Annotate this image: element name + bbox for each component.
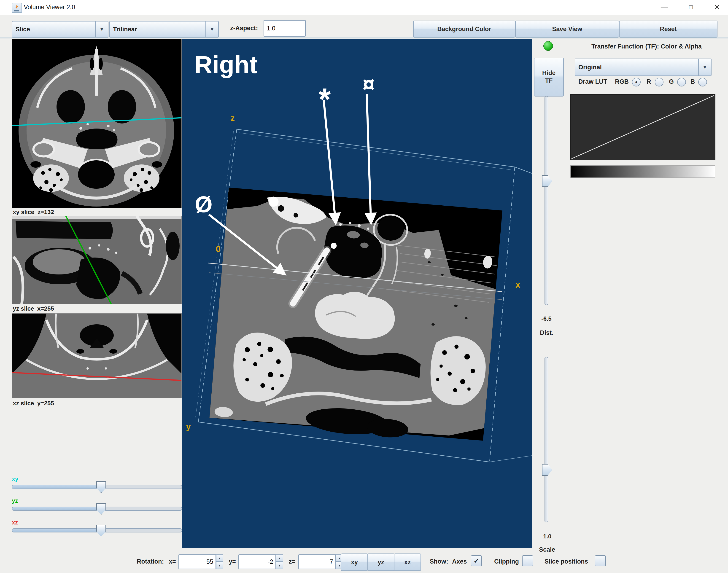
titlebar: Volume Viewer 2.0 — □ ✕: [0, 0, 728, 15]
lut-curve: [571, 95, 715, 160]
tf-preset-combo[interactable]: Original ▼: [575, 58, 711, 76]
axis-y-label: y: [186, 422, 191, 431]
yz-slider-label: yz: [12, 498, 18, 504]
view-yz-button[interactable]: yz: [367, 554, 394, 571]
bottom-margin: [0, 573, 728, 583]
clipping-label: Clipping: [494, 558, 519, 565]
render-mode-combo[interactable]: Slice ▼: [12, 21, 108, 37]
background-color-button[interactable]: Background Color: [413, 21, 515, 37]
maximize-icon: □: [689, 4, 693, 11]
scale-slider-thumb[interactable]: [542, 464, 552, 476]
rotation-x-value: 55: [178, 554, 216, 569]
rotation-x-spinner[interactable]: 55 ▲ ▼: [178, 554, 223, 569]
hide-tf-button[interactable]: Hide TF: [534, 58, 564, 97]
toolbar-divider: [0, 37, 728, 38]
channel-r-radio[interactable]: [655, 78, 664, 86]
scale-label: Scale: [539, 546, 555, 553]
spinner-up-icon[interactable]: ▲: [216, 554, 223, 562]
channel-g-radio[interactable]: [677, 78, 686, 86]
rotation-x-label: x=: [169, 558, 176, 565]
scale-slider-track[interactable]: [545, 357, 548, 522]
spinner-up-icon[interactable]: ▲: [276, 554, 283, 562]
tf-panel-title: Transfer Function (TF): Color & Alpha: [565, 43, 728, 50]
xz-slice-view[interactable]: [12, 313, 182, 398]
minimize-button[interactable]: —: [656, 1, 673, 13]
xy-slice-image: [12, 39, 181, 208]
chevron-down-icon: ▼: [95, 22, 108, 37]
slice-positions-label: Slice positions: [545, 558, 588, 565]
yz-slice-view[interactable]: [12, 216, 182, 304]
scale-value: 1.0: [543, 533, 551, 540]
dist-slider-track[interactable]: [545, 96, 548, 305]
spinner-down-icon[interactable]: ▼: [276, 562, 283, 569]
yz-slider-thumb[interactable]: [96, 503, 106, 515]
xy-slider-thumb[interactable]: [96, 481, 106, 493]
channel-b-label: B: [691, 78, 695, 85]
save-view-button[interactable]: Save View: [515, 21, 619, 37]
rotation-y-label: y=: [229, 558, 236, 565]
channel-rgb-radio[interactable]: ●: [632, 78, 641, 86]
app-icon-base: [14, 10, 19, 11]
channel-g-label: G: [669, 78, 674, 85]
minimize-icon: —: [661, 3, 668, 11]
tf-preset-value: Original: [575, 59, 698, 76]
xz-slider-fill: [12, 529, 100, 532]
yz-slider-fill: [12, 507, 100, 510]
ct-slice-plane: [209, 188, 502, 445]
yz-slice-label: yz slice x=255: [13, 305, 54, 312]
rotation-y-value: -2: [238, 554, 276, 569]
volume-3d-view[interactable]: Right z 0 x y * ¤ Ø: [182, 39, 532, 548]
view-xy-button[interactable]: xy: [341, 554, 368, 571]
maximize-button[interactable]: □: [683, 1, 699, 13]
hide-tf-line2: TF: [545, 77, 553, 85]
xz-slice-label: xz slice y=255: [13, 400, 54, 407]
spinner-down-icon[interactable]: ▼: [216, 562, 223, 569]
xz-slider-label: xz: [12, 519, 18, 526]
show-label: Show:: [430, 558, 448, 565]
view-xz-button[interactable]: xz: [394, 554, 421, 571]
channel-rgb-label: RGB: [615, 78, 629, 85]
interpolation-combo[interactable]: Trilinear ▼: [109, 21, 219, 37]
z-aspect-label: z-Aspect:: [230, 25, 258, 32]
axes-label: Axes: [452, 558, 467, 565]
interpolation-value: Trilinear: [110, 22, 205, 37]
annotation-oslash: Ø: [195, 191, 212, 217]
axes-checkbox[interactable]: ✔: [471, 555, 482, 566]
xy-slider-fill: [12, 485, 100, 488]
xy-slice-view[interactable]: [12, 39, 182, 208]
dist-slider-thumb[interactable]: [542, 175, 552, 187]
reset-button[interactable]: Reset: [619, 21, 718, 37]
rotation-label: Rotation:: [137, 558, 164, 565]
rotation-z-value: 7: [298, 554, 336, 569]
chevron-down-icon: ▼: [205, 22, 218, 37]
annotation-currency: ¤: [363, 72, 375, 97]
lut-canvas[interactable]: [570, 94, 715, 160]
volume-viewer-window: Volume Viewer 2.0 — □ ✕ Slice ▼ Trilinea…: [0, 0, 728, 583]
rotation-z-label: z=: [289, 558, 295, 565]
xz-slider-thumb[interactable]: [96, 525, 106, 536]
xy-slider-label: xy: [12, 476, 18, 482]
axis-origin-label: 0: [216, 244, 220, 254]
volume-3d-canvas: Right z 0 x y * ¤ Ø: [182, 39, 532, 548]
orientation-label: Right: [194, 51, 258, 78]
chevron-down-icon: ▼: [698, 59, 711, 76]
close-button[interactable]: ✕: [709, 1, 725, 13]
z-aspect-value: 1.0: [267, 25, 276, 32]
slice-positions-checkbox[interactable]: [595, 555, 606, 566]
z-aspect-field[interactable]: 1.0: [264, 20, 306, 36]
draw-lut-label: Draw LUT: [578, 78, 607, 85]
channel-r-label: R: [647, 78, 651, 85]
channel-b-radio[interactable]: [698, 78, 707, 86]
hide-tf-line1: Hide: [542, 69, 556, 77]
rotation-z-spinner[interactable]: 7 ▲ ▼: [298, 554, 343, 569]
clipping-checkbox[interactable]: [522, 555, 533, 566]
xy-slice-label: xy slice z=132: [13, 209, 54, 216]
xz-slice-image: [12, 314, 181, 398]
window-title: Volume Viewer 2.0: [24, 4, 75, 11]
tf-status-led: [543, 41, 553, 51]
check-icon: ✔: [474, 557, 479, 565]
axis-x-label: x: [516, 280, 520, 290]
yz-slice-image: [12, 216, 181, 304]
rotation-y-spinner[interactable]: -2 ▲ ▼: [238, 554, 283, 569]
radio-dot: ●: [635, 80, 638, 84]
